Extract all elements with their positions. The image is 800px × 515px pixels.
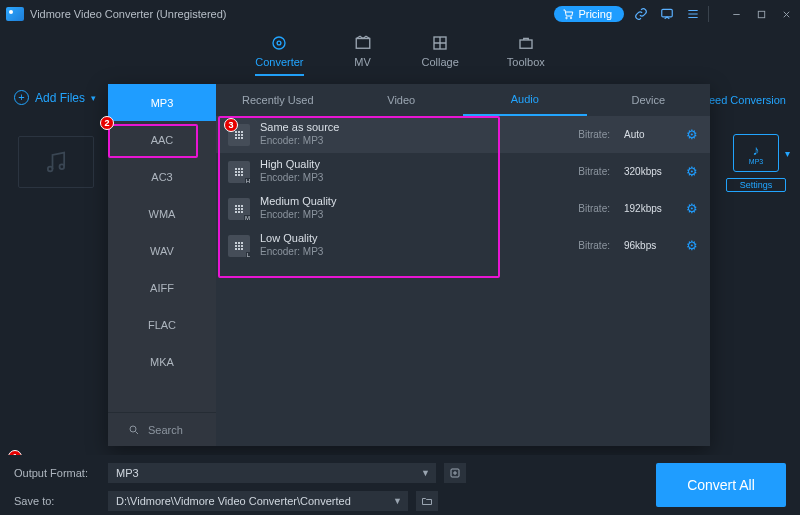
pricing-label: Pricing — [578, 8, 612, 20]
app-logo-icon — [6, 7, 24, 21]
preset-encoder: Encoder: MP3 — [260, 172, 323, 185]
bitrate-value: 96kbps — [624, 240, 676, 251]
format-mka[interactable]: MKA — [108, 343, 216, 380]
format-wav[interactable]: WAV — [108, 232, 216, 269]
bitrate-label: Bitrate: — [578, 129, 610, 140]
preset-list: Same as sourceEncoder: MP3 Bitrate: Auto… — [216, 116, 710, 446]
preset-high-quality[interactable]: H High QualityEncoder: MP3 Bitrate: 320k… — [216, 153, 710, 190]
bitrate-label: Bitrate: — [578, 166, 610, 177]
add-files-label: Add Files — [35, 91, 85, 105]
output-format-value: MP3 — [116, 467, 139, 479]
preset-icon: L — [228, 235, 250, 257]
cat-recent[interactable]: Recently Used — [216, 84, 340, 116]
format-mp3[interactable]: MP3 — [108, 84, 216, 121]
convert-all-button[interactable]: Convert All — [656, 463, 786, 507]
gear-icon[interactable]: ⚙ — [686, 127, 698, 142]
output-format-action[interactable] — [444, 463, 466, 483]
svg-point-1 — [571, 17, 573, 19]
preset-name: Low Quality — [260, 232, 323, 246]
svg-rect-8 — [520, 40, 532, 48]
preset-medium-quality[interactable]: M Medium QualityEncoder: MP3 Bitrate: 19… — [216, 190, 710, 227]
tab-toolbox-label: Toolbox — [507, 56, 545, 68]
chevron-down-icon: ▾ — [91, 93, 96, 103]
tab-converter-label: Converter — [255, 56, 303, 68]
search-placeholder: Search — [148, 424, 183, 436]
preset-name: High Quality — [260, 158, 323, 172]
cat-video[interactable]: Video — [340, 84, 464, 116]
cat-audio[interactable]: Audio — [463, 84, 587, 116]
category-tabs: Recently Used Video Audio Device — [216, 84, 710, 116]
format-list: MP3 AAC AC3 WMA WAV AIFF FLAC MKA Search — [108, 84, 216, 446]
gear-icon[interactable]: ⚙ — [686, 238, 698, 253]
add-files-button[interactable]: + Add Files ▾ — [14, 90, 96, 105]
tab-mv[interactable]: MV — [352, 34, 374, 76]
bitrate-value: Auto — [624, 129, 676, 140]
format-panel: MP3 AAC AC3 WMA WAV AIFF FLAC MKA Search… — [108, 84, 710, 446]
svg-rect-2 — [662, 9, 673, 17]
bitrate-value: 320kbps — [624, 166, 676, 177]
format-aiff[interactable]: AIFF — [108, 269, 216, 306]
format-ac3[interactable]: AC3 — [108, 158, 216, 195]
gear-icon[interactable]: ⚙ — [686, 201, 698, 216]
main-tabs: Converter MV Collage Toolbox — [0, 28, 800, 86]
save-to-value: D:\Vidmore\Vidmore Video Converter\Conve… — [116, 495, 351, 507]
chevron-down-icon: ▼ — [421, 468, 430, 478]
bitrate-label: Bitrate: — [578, 240, 610, 251]
menu-icon[interactable] — [686, 7, 700, 21]
tab-collage[interactable]: Collage — [422, 34, 459, 76]
preset-icon: M — [228, 198, 250, 220]
close-icon[interactable] — [781, 9, 792, 20]
svg-rect-3 — [758, 11, 764, 17]
svg-point-9 — [48, 167, 53, 172]
link-icon[interactable] — [634, 7, 648, 21]
cat-device[interactable]: Device — [587, 84, 711, 116]
tab-toolbox[interactable]: Toolbox — [507, 34, 545, 76]
app-title: Vidmore Video Converter (Unregistered) — [30, 8, 226, 20]
preset-encoder: Encoder: MP3 — [260, 135, 339, 148]
search-icon — [128, 424, 140, 436]
chevron-down-icon: ▾ — [785, 148, 790, 159]
svg-point-0 — [566, 17, 568, 19]
browse-folder-button[interactable] — [416, 491, 438, 511]
svg-point-10 — [60, 164, 65, 169]
format-wma[interactable]: WMA — [108, 195, 216, 232]
preset-encoder: Encoder: MP3 — [260, 246, 323, 259]
preset-encoder: Encoder: MP3 — [260, 209, 336, 222]
output-format-label: Output Format: — [14, 467, 100, 479]
minimize-icon[interactable] — [731, 9, 742, 20]
output-format-dropdown[interactable]: MP3 ▼ — [108, 463, 436, 483]
svg-point-4 — [273, 37, 285, 49]
gear-icon[interactable]: ⚙ — [686, 164, 698, 179]
format-aac[interactable]: AAC — [108, 121, 216, 158]
bitrate-value: 192kbps — [624, 203, 676, 214]
save-to-label: Save to: — [14, 495, 100, 507]
format-flac[interactable]: FLAC — [108, 306, 216, 343]
feedback-icon[interactable] — [660, 7, 674, 21]
svg-rect-6 — [356, 39, 370, 49]
media-thumbnail[interactable] — [18, 136, 94, 188]
preset-same-as-source[interactable]: Same as sourceEncoder: MP3 Bitrate: Auto… — [216, 116, 710, 153]
preset-name: Medium Quality — [260, 195, 336, 209]
high-speed-conversion-link[interactable]: eed Conversion — [709, 94, 786, 106]
format-search[interactable]: Search — [108, 412, 216, 446]
svg-point-5 — [278, 41, 282, 45]
bitrate-label: Bitrate: — [578, 203, 610, 214]
pricing-button[interactable]: Pricing — [554, 6, 624, 22]
music-note-icon: ♪ — [753, 142, 760, 158]
preset-icon — [228, 124, 250, 146]
preset-name: Same as source — [260, 121, 339, 135]
chevron-down-icon: ▼ — [393, 496, 402, 506]
settings-button[interactable]: Settings — [726, 178, 786, 192]
tab-converter[interactable]: Converter — [255, 34, 303, 76]
preset-icon: H — [228, 161, 250, 183]
plus-icon: + — [14, 90, 29, 105]
svg-point-11 — [130, 426, 136, 432]
output-preview-thumb[interactable]: ♪ MP3 ▾ — [733, 134, 779, 172]
tab-mv-label: MV — [354, 56, 371, 68]
preset-low-quality[interactable]: L Low QualityEncoder: MP3 Bitrate: 96kbp… — [216, 227, 710, 264]
maximize-icon[interactable] — [756, 9, 767, 20]
tab-collage-label: Collage — [422, 56, 459, 68]
output-preview-format: MP3 — [749, 158, 763, 165]
save-to-dropdown[interactable]: D:\Vidmore\Vidmore Video Converter\Conve… — [108, 491, 408, 511]
